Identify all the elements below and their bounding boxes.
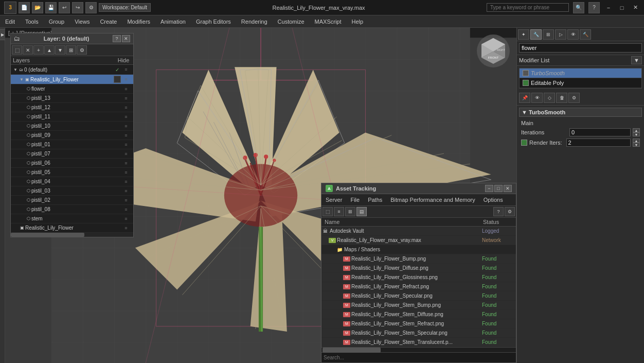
asset-row-vault[interactable]: 🏛 Autodesk Vault Logged xyxy=(321,227,516,236)
layer-merge-btn[interactable]: ⊞ xyxy=(66,45,76,55)
iterations-input[interactable] xyxy=(569,128,631,136)
layer-item-default[interactable]: ▼ 🗂 0 (default) ✓ ≡ xyxy=(11,65,133,75)
configure-btn[interactable]: ⚙ xyxy=(568,93,580,103)
layer-select-btn[interactable]: ⬚ xyxy=(12,45,22,55)
asset-row-diffuse[interactable]: M Realistic_Lily_Flower_Diffuse.png Foun… xyxy=(321,264,516,273)
iterations-up[interactable]: ▲ xyxy=(633,128,640,132)
layer-item-flower2[interactable]: ▣ Realistic_Lily_Flower ≡ xyxy=(11,223,133,233)
undo-btn[interactable]: ↩ xyxy=(59,2,70,13)
open-btn[interactable]: 📂 xyxy=(32,2,43,13)
utilities-tab[interactable]: 🔨 xyxy=(580,29,591,40)
layer-item-pistil04[interactable]: ⬡ pistil_04 ≡ xyxy=(11,177,133,186)
scrollbar-thumb[interactable] xyxy=(11,233,84,237)
layer-item-pistil11[interactable]: ⬡ pistil_11 ≡ xyxy=(11,112,133,122)
asset-menu-bitmap[interactable]: Bitmap Performance and Memory xyxy=(386,194,479,205)
expand-icon[interactable]: ▼ xyxy=(13,67,18,72)
asset-scrollbar[interactable] xyxy=(321,347,516,352)
layer-item-pistil06[interactable]: ⬡ pistil_06 ≡ xyxy=(11,159,133,168)
render-iters-input[interactable] xyxy=(566,139,631,147)
layer-item-pistil09[interactable]: ⬡ pistil_09 ≡ xyxy=(11,131,133,140)
layer-item-flower[interactable]: ⬡ flower ≡ xyxy=(11,84,133,94)
layer-delete-btn[interactable]: ✕ xyxy=(23,45,33,55)
asset-detail-btn[interactable]: ▤ xyxy=(356,207,367,216)
close-btn[interactable]: ✕ xyxy=(631,3,640,12)
menu-edit[interactable]: Edit xyxy=(0,15,20,28)
menu-tools[interactable]: Tools xyxy=(20,15,44,28)
asset-row-stem-specular[interactable]: M Realistic_Lily_Flower_Stem_Specular.pn… xyxy=(321,329,516,338)
motion-tab[interactable]: ▷ xyxy=(555,29,566,40)
asset-select-btn[interactable]: ⬚ xyxy=(323,207,333,216)
asset-row-vray-file[interactable]: V Realistic_Lily_Flower_max_vray.max Net… xyxy=(321,236,516,245)
menu-rendering[interactable]: Rendering xyxy=(236,15,273,28)
asset-list-btn[interactable]: ≡ xyxy=(334,207,344,216)
layer-item-pistil10[interactable]: ⬡ pistil_10 ≡ xyxy=(11,122,133,131)
render-iters-checkbox[interactable] xyxy=(521,140,527,146)
menu-modifiers[interactable]: Modifiers xyxy=(122,15,155,28)
menu-customize[interactable]: Customize xyxy=(273,15,310,28)
asset-help-btn[interactable]: ? xyxy=(493,207,504,216)
asset-row-specular[interactable]: M Realistic_Lily_Flower_Specular.png Fou… xyxy=(321,291,516,301)
menu-animation[interactable]: Animation xyxy=(155,15,191,28)
show-end-result-btn[interactable]: 👁 xyxy=(531,93,543,103)
make-unique-btn[interactable]: ◇ xyxy=(544,93,555,103)
view-cube[interactable]: FRONT RIGHT xyxy=(475,33,511,69)
layer-close-btn[interactable]: ✕ xyxy=(122,35,130,42)
asset-row-refract[interactable]: M Realistic_Lily_Flower_Refract.png Foun… xyxy=(321,282,516,291)
layer-item-pistil07[interactable]: ⬡ pistil_07 ≡ xyxy=(11,149,133,159)
asset-menu-file[interactable]: File xyxy=(346,194,364,205)
modifier-enabled-checkbox[interactable] xyxy=(523,80,529,86)
layer-item-flower-group[interactable]: ▼ ▣ Realistic_Lily_Flower ≡ xyxy=(11,75,133,84)
menu-help[interactable]: Help xyxy=(347,15,369,28)
new-btn[interactable]: 📄 xyxy=(19,2,30,13)
asset-search-input[interactable] xyxy=(324,355,514,360)
layer-item-pistil02[interactable]: ⬡ pistil_02 ≡ xyxy=(11,196,133,205)
object-name-input[interactable] xyxy=(519,43,642,53)
menu-maxscript[interactable]: MAXScript xyxy=(310,15,347,28)
settings-icon[interactable]: ⚙ xyxy=(85,2,97,13)
asset-row-stem-bump[interactable]: M Realistic_Lily_Flower_Stem_Bump.png Fo… xyxy=(321,301,516,310)
menu-create[interactable]: Create xyxy=(95,15,122,28)
asset-row-stem-diffuse[interactable]: M Realistic_Lily_Flower_Stem_Diffuse.png… xyxy=(321,310,516,319)
layer-item-pistil03[interactable]: ⬡ pistil_03 ≡ xyxy=(11,186,133,196)
display-tab[interactable]: 👁 xyxy=(567,29,579,40)
layer-checkbox[interactable] xyxy=(114,76,121,83)
asset-row-stem-refract[interactable]: M Realistic_Lily_Flower_Stem_Refract.png… xyxy=(321,319,516,329)
create-tab[interactable]: ✦ xyxy=(518,29,529,40)
layer-move-up-btn[interactable]: ▲ xyxy=(44,45,55,55)
layer-item-pistil05[interactable]: ⬡ pistil_05 ≡ xyxy=(11,168,133,177)
layer-move-down-btn[interactable]: ▼ xyxy=(55,45,65,55)
scrollbar-thumb[interactable] xyxy=(323,348,381,353)
redo-btn[interactable]: ↪ xyxy=(72,2,83,13)
expand-icon[interactable]: ▼ xyxy=(19,77,24,82)
modifier-list-dropdown[interactable]: ▼ xyxy=(631,56,642,64)
asset-maximize-btn[interactable]: □ xyxy=(494,185,503,192)
layer-item-pistil13[interactable]: ⬡ pistil_13 ≡ xyxy=(11,94,133,103)
asset-minimize-btn[interactable]: − xyxy=(485,185,493,192)
search-input[interactable] xyxy=(487,3,569,12)
modifier-enabled-checkbox[interactable] xyxy=(523,70,529,76)
menu-group[interactable]: Group xyxy=(44,15,70,28)
render-iters-up[interactable]: ▲ xyxy=(633,139,640,143)
asset-row-bump[interactable]: M Realistic_Lily_Flower_Bump.png Found xyxy=(321,254,516,264)
layer-panel-titlebar[interactable]: 🗂 Layer: 0 (default) ? ✕ xyxy=(11,33,133,44)
asset-row-glossiness[interactable]: M Realistic_Lily_Flower_Glossiness.png F… xyxy=(321,273,516,282)
modifier-turbosmooth[interactable]: TurboSmooth xyxy=(520,68,641,78)
layer-item-stem[interactable]: ⬡ stem ≡ xyxy=(11,214,133,223)
help-icon[interactable]: ? xyxy=(588,2,600,13)
pin-stack-btn[interactable]: 📌 xyxy=(519,93,530,103)
menu-views[interactable]: Views xyxy=(69,15,95,28)
layer-item-pistil01[interactable]: ⬡ pistil_01 ≡ xyxy=(11,140,133,149)
layer-settings-btn[interactable]: ⚙ xyxy=(77,45,87,55)
asset-grid-btn[interactable]: ⊞ xyxy=(345,207,355,216)
modify-tab active[interactable]: 🔧 xyxy=(530,29,542,40)
layer-add-btn[interactable]: + xyxy=(33,45,44,55)
menu-graph-editors[interactable]: Graph Editors xyxy=(191,15,236,28)
hierarchy-tab[interactable]: ⊞ xyxy=(543,29,554,40)
layer-scrollbar[interactable] xyxy=(11,233,133,237)
save-btn[interactable]: 💾 xyxy=(45,2,57,13)
asset-menu-server[interactable]: Server xyxy=(321,194,346,205)
asset-menu-paths[interactable]: Paths xyxy=(364,194,386,205)
workspace-selector[interactable]: Workspace: Default xyxy=(99,3,151,12)
iterations-down[interactable]: ▼ xyxy=(633,132,640,136)
search-icon[interactable]: 🔍 xyxy=(573,2,584,13)
